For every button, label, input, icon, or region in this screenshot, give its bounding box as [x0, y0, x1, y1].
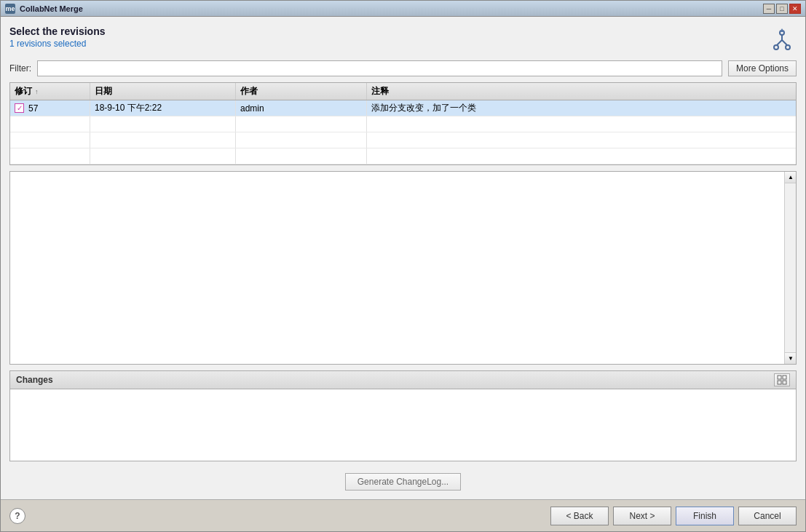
table-row[interactable]: 57 18-9-10 下午2:22 admin 添加分支改变，加了一个类 — [10, 100, 796, 116]
svg-rect-10 — [783, 381, 786, 384]
cancel-button[interactable]: Cancel — [738, 507, 797, 525]
table-row[interactable] — [10, 116, 796, 132]
svg-point-2 — [786, 45, 790, 49]
svg-rect-9 — [778, 381, 781, 384]
svg-rect-8 — [783, 376, 786, 379]
changes-body — [9, 389, 797, 461]
revisions-count: 1 revisions selected — [9, 39, 106, 49]
cell-author-0: admin — [236, 100, 367, 116]
details-panel: ▲ ▼ — [9, 171, 797, 365]
generate-changelog-button[interactable]: Generate ChangeLog... — [345, 473, 461, 491]
header-section: Select the revisions 1 revisions selecte… — [9, 25, 797, 55]
col-header-date[interactable]: 日期 — [90, 83, 236, 100]
table-header: 修订 ↑ 日期 作者 注释 — [10, 83, 796, 100]
app-icon: me — [5, 4, 15, 14]
back-button[interactable]: < Back — [550, 507, 609, 525]
minimize-button[interactable]: ─ — [763, 4, 775, 14]
title-bar: me CollabNet Merge ─ □ ✕ — [1, 1, 805, 17]
filter-row: Filter: More Options — [9, 60, 797, 76]
bottom-bar: ? < Back Next > Finish Cancel — [1, 499, 805, 531]
help-button[interactable]: ? — [9, 508, 25, 524]
col-header-comment[interactable]: 注释 — [367, 83, 796, 100]
cell-revision-0: 57 — [10, 100, 90, 116]
changes-view-button[interactable] — [774, 373, 790, 386]
col-header-revision[interactable]: 修订 ↑ — [10, 83, 90, 100]
scrollbar-up-button[interactable]: ▲ — [785, 172, 797, 183]
details-scrollbar[interactable]: ▲ ▼ — [784, 172, 796, 364]
changes-header: Changes — [9, 370, 797, 389]
svg-line-4 — [777, 40, 782, 45]
revisions-table: 修订 ↑ 日期 作者 注释 57 — [9, 82, 797, 165]
filter-input[interactable] — [37, 60, 722, 76]
changes-section: Changes — [9, 370, 797, 461]
page-title: Select the revisions — [9, 25, 106, 37]
svg-rect-7 — [778, 376, 781, 379]
nav-buttons: < Back Next > Finish Cancel — [550, 507, 797, 525]
svg-marker-6 — [780, 28, 784, 32]
window-controls: ─ □ ✕ — [763, 4, 801, 14]
main-window: me CollabNet Merge ─ □ ✕ Select the revi… — [0, 0, 806, 532]
table-body: 57 18-9-10 下午2:22 admin 添加分支改变，加了一个类 — [10, 100, 796, 164]
window-title: CollabNet Merge — [20, 4, 763, 13]
cell-comment-0: 添加分支改变，加了一个类 — [367, 100, 796, 116]
row-checkbox-0[interactable] — [15, 103, 24, 113]
more-options-button[interactable]: More Options — [728, 60, 797, 76]
generate-changelog-row: Generate ChangeLog... — [9, 467, 797, 491]
main-content: Select the revisions 1 revisions selecte… — [1, 17, 805, 499]
sort-arrow-icon: ↑ — [35, 88, 39, 95]
next-button[interactable]: Next > — [613, 507, 671, 525]
close-button[interactable]: ✕ — [789, 4, 801, 14]
changes-label: Changes — [16, 375, 53, 385]
filter-label: Filter: — [9, 63, 31, 74]
table-row[interactable] — [10, 148, 796, 164]
scrollbar-down-button[interactable]: ▼ — [785, 352, 797, 364]
finish-button[interactable]: Finish — [676, 507, 734, 525]
header-left: Select the revisions 1 revisions selecte… — [9, 25, 106, 49]
svg-line-5 — [782, 40, 787, 45]
table-row[interactable] — [10, 132, 796, 148]
cell-date-0: 18-9-10 下午2:22 — [90, 100, 236, 116]
maximize-button[interactable]: □ — [776, 4, 788, 14]
col-header-author[interactable]: 作者 — [236, 83, 367, 100]
merge-icon — [767, 25, 797, 55]
svg-point-1 — [774, 45, 778, 49]
